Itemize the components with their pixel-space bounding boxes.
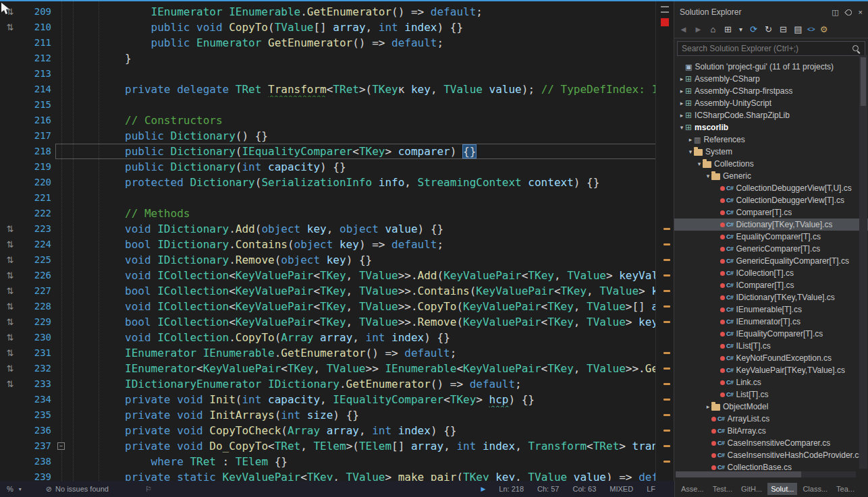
line-number[interactable]: 239 (20, 469, 51, 481)
code-line-236[interactable]: 236 private void CopyToCheck(Array array… (0, 423, 656, 438)
tree-item[interactable]: C#KeyValuePair[TKey,TValue].cs (674, 364, 868, 376)
line-number[interactable]: 211 (20, 35, 51, 51)
line-number[interactable]: 214 (20, 82, 51, 97)
close-icon[interactable]: × (859, 8, 863, 16)
tree-item[interactable]: C#Comparer[T].cs (674, 206, 868, 218)
tree-item[interactable]: C#Dictionary[TKey,TValue].cs (674, 218, 868, 231)
code-line-210[interactable]: ⇅210 public void CopyTo(TValue[] array, … (0, 20, 656, 35)
override-arrows-icon[interactable]: ⇅ (0, 299, 20, 314)
panel-tab[interactable]: GitH... (738, 483, 765, 495)
expander-icon[interactable]: ▸ (678, 88, 685, 94)
char-indicator[interactable]: Ch: 57 (537, 485, 559, 493)
line-number[interactable]: 238 (20, 454, 51, 469)
expander-icon[interactable]: ▸ (687, 136, 694, 143)
scrollbar-thumb[interactable] (676, 471, 801, 477)
override-arrows-icon[interactable]: ⇅ (0, 20, 20, 35)
override-arrows-icon[interactable]: ⇅ (0, 330, 20, 345)
tree-item[interactable]: C#CaseInsensitiveHashCodeProvider.cs (674, 449, 868, 461)
tree-item[interactable]: ▣Solution 'project-gui' (11 of 11 projec… (674, 61, 868, 73)
switch-views-icon[interactable]: ⊞ (722, 24, 734, 34)
panel-tab[interactable]: Asse... (678, 483, 707, 495)
line-number[interactable]: 227 (20, 283, 51, 299)
line-number[interactable]: 221 (20, 190, 51, 206)
tree-item[interactable]: C#CollectionDebuggerView[T].cs (674, 194, 868, 206)
code-line-237[interactable]: 237− private void Do_CopyTo<TRet, TElem>… (0, 438, 656, 454)
override-arrows-icon[interactable]: ⇅ (0, 314, 20, 330)
encoding-indicator[interactable]: MIXED (609, 485, 633, 493)
code-line-217[interactable]: 217 public Dictionary() {} (0, 128, 656, 144)
editor-scrollbar[interactable] (655, 1, 674, 481)
tree-item[interactable]: C#IEqualityComparer[T].cs (674, 328, 868, 340)
code-line-224[interactable]: ⇅224 bool IDictionary.Contains(object ke… (0, 237, 656, 252)
line-number[interactable]: 228 (20, 299, 51, 314)
code-line-230[interactable]: ⇅230 void ICollection.CopyTo(Array array… (0, 330, 656, 345)
override-arrows-icon[interactable]: ⇅ (0, 237, 20, 252)
navigate-back-icon[interactable]: ◄ (678, 24, 689, 34)
override-arrows-icon[interactable]: ⇅ (0, 283, 20, 299)
code-line-227[interactable]: ⇅227 bool ICollection<KeyValuePair<TKey,… (0, 283, 656, 299)
line-number[interactable]: 219 (20, 159, 51, 175)
scrollbar-thumb[interactable] (861, 57, 866, 106)
line-indicator[interactable]: Ln: 218 (499, 485, 524, 493)
code-line-218[interactable]: 218 public Dictionary(IEqualityComparer<… (0, 144, 656, 159)
panel-title-bar[interactable]: Solution Explorer ◫× (674, 1, 868, 20)
issues-status[interactable]: ⊘ No issues found (46, 485, 109, 494)
line-number[interactable]: 236 (20, 423, 51, 438)
line-number[interactable]: 220 (20, 175, 51, 190)
code-line-225[interactable]: ⇅225 void IDictionary.Remove(object key)… (0, 252, 656, 268)
line-number[interactable]: 218 (20, 144, 51, 159)
code-line-231[interactable]: ⇅231 IEnumerator IEnumerable.GetEnumerat… (0, 345, 656, 361)
tree-item[interactable]: C#Link.cs (674, 376, 868, 388)
code-line-215[interactable]: 215 (0, 97, 656, 113)
tree-item[interactable]: C#IDictionary[TKey,TValue].cs (674, 291, 868, 303)
line-number[interactable]: 232 (20, 361, 51, 376)
line-number[interactable]: 234 (20, 392, 51, 407)
expander-icon[interactable]: ▸ (678, 100, 685, 107)
code-line-213[interactable]: 213 (0, 66, 656, 82)
code-line-222[interactable]: 222 // Methods (0, 206, 656, 221)
switch-views-caret-icon[interactable]: ▾ (737, 26, 744, 33)
code-line-239[interactable]: 239 private static KeyValuePair<TKey, TV… (0, 469, 656, 481)
line-number[interactable]: 223 (20, 221, 51, 237)
view-code-icon[interactable]: <> (807, 26, 815, 33)
home-icon[interactable]: ⌂ (707, 24, 719, 34)
line-number[interactable]: 225 (20, 252, 51, 268)
split-editor-handle[interactable] (661, 6, 669, 13)
line-number[interactable]: 229 (20, 314, 51, 330)
tree-item[interactable]: C#KeyNotFoundException.cs (674, 352, 868, 364)
properties-icon[interactable]: ⚙ (818, 24, 830, 34)
line-number[interactable]: 217 (20, 128, 51, 144)
tree-item[interactable]: ▾⊞mscorlib (674, 121, 868, 134)
tree-item[interactable]: ▸⊞ICSharpCode.SharpZipLib (674, 109, 868, 121)
line-number[interactable]: 235 (20, 407, 51, 423)
code-line-226[interactable]: ⇅226 void ICollection<KeyValuePair<TKey,… (0, 268, 656, 283)
code-line-211[interactable]: 211 public Enumerator GetEnumerator() =>… (0, 35, 656, 51)
search-input[interactable] (677, 41, 865, 56)
override-arrows-icon[interactable]: ⇅ (0, 345, 20, 361)
tree-item[interactable]: ▸▥References (674, 134, 868, 146)
panel-tab[interactable]: Solut... (767, 483, 797, 495)
tree-item[interactable]: ▸⊞Assembly-CSharp (674, 73, 868, 85)
tree-item[interactable]: ▾Generic (674, 170, 868, 182)
zoom-control[interactable]: % ▾ (7, 485, 22, 493)
refresh-icon[interactable]: ↻ (763, 24, 774, 34)
line-number[interactable]: 216 (20, 113, 51, 128)
tree-vertical-scrollbar[interactable] (859, 55, 867, 469)
fold-margin[interactable]: − (51, 438, 73, 454)
tree-item[interactable]: C#GenericEqualityComparer[T].cs (674, 255, 868, 267)
line-number[interactable]: 210 (20, 20, 51, 35)
code-line-212[interactable]: 212 } (0, 51, 656, 66)
search-icon[interactable] (852, 45, 859, 51)
eol-indicator[interactable]: LF (647, 485, 655, 493)
tree-item[interactable]: C#List[T].cs (674, 388, 868, 401)
expander-icon[interactable]: ▾ (696, 160, 703, 167)
code-line-209[interactable]: ⇅209 IEnumerator IEnumerable.GetEnumerat… (0, 4, 656, 20)
tree-item[interactable]: C#GenericComparer[T].cs (674, 243, 868, 255)
tree-item[interactable]: C#IComparer[T].cs (674, 279, 868, 291)
override-arrows-icon[interactable]: ⇅ (0, 221, 20, 237)
tree-item[interactable]: ▸⊞Assembly-CSharp-firstpass (674, 85, 868, 97)
panel-tab[interactable]: Class... (799, 483, 831, 495)
tree-item[interactable]: C#IList[T].cs (674, 340, 868, 352)
expander-icon[interactable]: ▾ (678, 124, 685, 131)
line-number[interactable]: 233 (20, 376, 51, 392)
